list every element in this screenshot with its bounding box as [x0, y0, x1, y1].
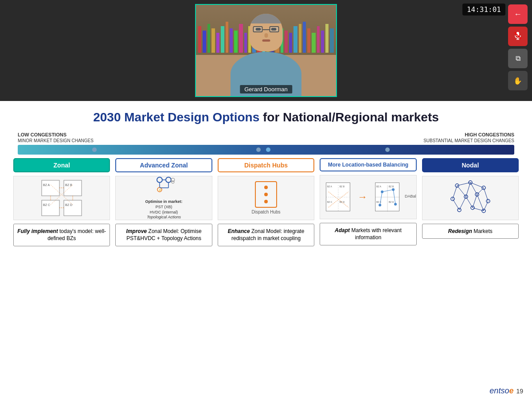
svg-rect-7 — [64, 200, 82, 216]
svg-line-69 — [453, 199, 459, 210]
svg-line-72 — [473, 194, 477, 208]
zonal-title: Zonal — [13, 158, 110, 172]
adv-zonal-content: ⚡ Optimise in market: PST (XB) HVDC (int… — [145, 176, 183, 220]
nodal-image — [422, 176, 519, 220]
svg-rect-6 — [42, 200, 59, 216]
svg-line-68 — [484, 188, 488, 201]
optimize-text: Optimise in market: PST (XB) HVDC (inter… — [145, 199, 183, 220]
svg-line-62 — [470, 183, 484, 188]
slide-title: 2030 Market Design Options for National/… — [13, 110, 519, 125]
slide-title-bold: 2030 Market Design Options — [93, 110, 259, 124]
svg-text:BZ A: BZ A — [43, 183, 50, 186]
dispatch-hubs-image: Dispatch Hubs — [218, 176, 314, 220]
video-area: Gerard Doorman 14:31:01 ← ⧉ ✋ — [0, 0, 532, 101]
high-congestion-label: HIGH CONGESTIONS — [465, 132, 514, 137]
speaker-silhouette — [196, 5, 336, 96]
svg-text:BZ B: BZ B — [340, 185, 345, 188]
nodal-desc: Redesign Markets — [422, 224, 519, 239]
svg-text:BZ D: BZ D — [65, 203, 72, 206]
svg-text:BZ A: BZ A — [327, 185, 332, 188]
svg-line-67 — [477, 188, 484, 194]
svg-rect-4 — [42, 180, 59, 196]
svg-rect-5 — [64, 180, 82, 196]
option-advanced-zonal: Advanced Zonal ⚡ — [115, 158, 212, 247]
slide-footer: entsoe 19 — [489, 386, 523, 396]
gradient-bar — [18, 145, 514, 155]
dispatch-hubs-sublabel: Dispatch Hubs — [252, 210, 281, 214]
grid-box-before: BZ A BZ B BZ C BZ D — [326, 183, 350, 211]
mute-button[interactable] — [508, 27, 528, 46]
advanced-zonal-desc: Improve Zonal Model: Optimise PST&HVDC +… — [115, 224, 212, 247]
page-number: 19 — [516, 388, 523, 395]
market-design-labels: MINOR MARKET DESIGN CHANGES SUBSTANTIAL … — [18, 138, 514, 143]
low-congestion-label: LOW CONGESTIONS — [18, 132, 66, 137]
svg-text:BZ A: BZ A — [376, 185, 382, 188]
dispatch-box — [255, 181, 277, 208]
bar-dot-3 — [385, 148, 390, 152]
svg-text:BZ C: BZ C — [327, 201, 332, 203]
hand-icon: ✋ — [513, 77, 522, 85]
slide-area: 2030 Market Design Options for National/… — [0, 101, 532, 400]
controls-panel: ← ⧉ ✋ — [508, 4, 528, 90]
hand-button[interactable]: ✋ — [508, 71, 528, 90]
dispatch-dot-1 — [264, 186, 268, 189]
svg-text:⚡: ⚡ — [158, 188, 162, 192]
mic-icon — [513, 31, 522, 42]
svg-text:BZ B: BZ B — [389, 185, 394, 188]
svg-line-64 — [457, 186, 466, 197]
back-button[interactable]: ← — [508, 4, 528, 24]
location-balancing-desc: Adapt Markets with relevant information — [320, 223, 416, 246]
grid-box-after: BZ A BZ B BZ C BZ D — [375, 183, 399, 211]
svg-line-65 — [466, 183, 470, 197]
dispatch-hubs-title: Dispatch Hubs — [218, 158, 314, 172]
entsoe-logo: entsoe — [489, 386, 513, 396]
nodal-title: Nodal — [422, 158, 519, 172]
option-zonal: Zonal BZ A BZ B BZ C BZ D — [13, 158, 110, 247]
market-options: Zonal BZ A BZ B BZ C BZ D — [13, 158, 519, 247]
congestion-bar-container: LOW CONGESTIONS HIGH CONGESTIONS MINOR M… — [18, 132, 514, 155]
slide-title-normal: for National/Regional markets — [259, 110, 439, 124]
svg-point-26 — [171, 178, 175, 182]
location-balancing-image: BZ A BZ B BZ C BZ D → BZ A — [320, 175, 416, 219]
advanced-zonal-image: ⚡ Optimise in market: PST (XB) HVDC (int… — [115, 176, 212, 220]
dispatch-img-content: Dispatch Hubs — [252, 181, 281, 214]
svg-line-48 — [382, 190, 393, 192]
svg-line-70 — [459, 197, 466, 210]
bal-label: Bal — [411, 194, 416, 198]
svg-text:BZ B: BZ B — [65, 183, 72, 186]
location-img-content: BZ A BZ B BZ C BZ D → BZ A — [320, 175, 405, 219]
copy-icon: ⧉ — [516, 54, 520, 62]
svg-line-61 — [457, 183, 470, 186]
copy-button[interactable]: ⧉ — [508, 49, 528, 68]
location-balancing-title: More Location-based Balancing — [320, 158, 416, 171]
entsoe-accent: e — [509, 386, 513, 395]
meeting-timer: 14:31:01 — [462, 4, 505, 16]
dispatch-dot-2 — [264, 193, 268, 196]
option-nodal: Nodal — [422, 158, 519, 247]
dispatch-dot-3 — [264, 200, 268, 203]
svg-text:BZ D: BZ D — [389, 201, 394, 203]
da-bal-labels: DA Bal — [405, 194, 416, 198]
speaker-video: Gerard Doorman — [195, 4, 337, 97]
advanced-zonal-title: Advanced Zonal — [115, 158, 212, 172]
svg-line-66 — [470, 183, 477, 194]
substantial-market-label: SUBSTANTIAL MARKET DESIGN CHANGES — [423, 138, 514, 143]
svg-point-28 — [172, 181, 174, 183]
bar-dot-2 — [256, 148, 261, 152]
speaker-name-label: Gerard Doorman — [240, 85, 292, 93]
zonal-desc: Fully implement today's model: well-defi… — [13, 224, 110, 247]
nodal-img-content — [422, 176, 518, 220]
option-location-balancing: More Location-based Balancing BZ A BZ B … — [320, 158, 416, 247]
option-dispatch-hubs: Dispatch Hubs Dispatch Hubs Enhance Zona… — [218, 158, 314, 247]
svg-line-75 — [473, 208, 484, 211]
zonal-image: BZ A BZ B BZ C BZ D — [13, 176, 110, 220]
svg-line-71 — [466, 197, 473, 208]
svg-text:BZ C: BZ C — [43, 203, 50, 206]
balancing-arrow: → — [358, 191, 368, 203]
svg-line-63 — [453, 186, 457, 199]
svg-point-18 — [157, 177, 162, 183]
svg-line-73 — [477, 194, 484, 211]
back-icon: ← — [514, 10, 522, 19]
svg-line-74 — [484, 201, 488, 211]
congestion-labels: LOW CONGESTIONS HIGH CONGESTIONS — [18, 132, 514, 137]
